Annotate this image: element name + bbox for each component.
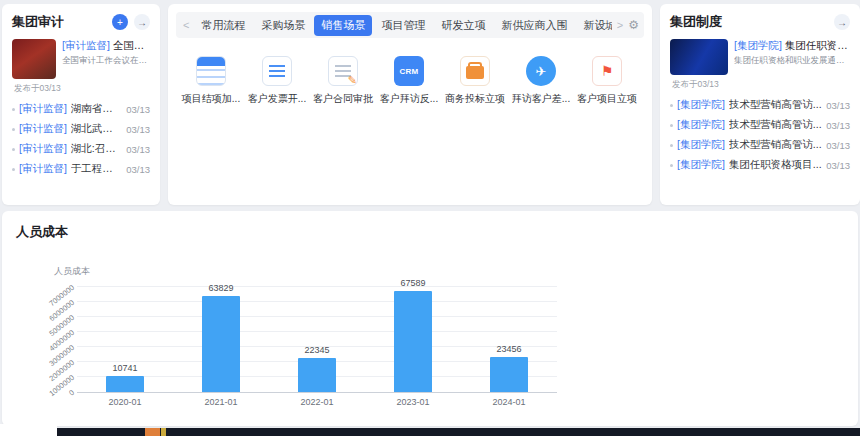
bar-2024-01[interactable] — [490, 357, 528, 392]
bar-value-label: 22345 — [269, 345, 365, 355]
cost-panel-title: 人员成本 — [2, 211, 858, 241]
invoice-icon — [262, 56, 292, 86]
app-商务投标立项[interactable]: 商务投标立项 — [446, 56, 504, 106]
bar-2022-01[interactable] — [298, 358, 336, 392]
bar-value-label: 10741 — [77, 363, 173, 373]
taskbar-app-icon[interactable] — [145, 428, 160, 436]
chevron-right-icon[interactable]: > — [615, 19, 625, 31]
x-tick-label: 2023-01 — [365, 397, 461, 407]
tab-新设城市站点[interactable]: 新设城市站点 — [576, 15, 611, 36]
item-tag: [审计监督] — [19, 122, 67, 136]
audit-panel-title: 集团审计 — [12, 13, 106, 31]
bar-value-label: 63829 — [173, 283, 269, 293]
app-客户项目立项[interactable]: ⚑客户项目立项 — [578, 56, 636, 106]
list-item[interactable]: [审计监督]湖北武汉:...03/13 — [12, 119, 150, 139]
item-title: 技术型营销高管访... — [729, 98, 822, 112]
rules-featured-card[interactable]: [集团学院] 集团任职资格... 集团任职资格和职业发展通道项目 — [660, 37, 860, 75]
item-date: 03/13 — [126, 164, 150, 175]
featured-title-text: 集团任职资格... — [785, 39, 850, 51]
app-客户合同审批[interactable]: 客户合同审批 — [314, 56, 372, 106]
item-tag: [集团学院] — [734, 39, 782, 51]
bullet-icon — [670, 124, 673, 127]
rules-featured-title: [集团学院] 集团任职资格... — [734, 39, 850, 52]
tab-常用流程[interactable]: 常用流程 — [194, 15, 252, 36]
item-title: 技术型营销高管访... — [729, 118, 822, 132]
gridline — [77, 286, 557, 287]
app-label: 客户发票开... — [248, 92, 306, 106]
rules-featured-image — [670, 39, 728, 75]
add-button[interactable]: + — [112, 14, 128, 30]
item-date: 03/13 — [826, 120, 850, 131]
list-item[interactable]: [集团学院]技术型营销高管访...03/13 — [670, 115, 850, 135]
app-label: 项目结项加... — [182, 92, 240, 106]
audit-featured-meta: 发布于03/13 — [2, 79, 160, 97]
chart-plot: 0100000020000003000000400000050000006000… — [77, 287, 557, 393]
list-item[interactable]: [集团学院]集团任职资格项目...03/13 — [670, 155, 850, 175]
x-tick-label: 2022-01 — [269, 397, 365, 407]
chevron-left-icon[interactable]: < — [181, 19, 191, 31]
list-item[interactable]: [审计监督]于工程管理...03/13 — [12, 159, 150, 179]
bullet-icon — [670, 164, 673, 167]
app-label: 客户拜访反... — [380, 92, 438, 106]
audit-featured-subtitle: 全国审计工作会议在京召开 — [62, 55, 150, 67]
tab-项目管理[interactable]: 项目管理 — [374, 15, 432, 36]
arrow-right-icon: → — [137, 17, 147, 28]
item-date: 03/13 — [826, 100, 850, 111]
item-date: 03/13 — [126, 144, 150, 155]
tab-销售场景[interactable]: 销售场景 — [314, 15, 372, 36]
rules-more-button[interactable]: → — [834, 14, 850, 30]
list-item[interactable]: [审计监督]湖南省委审...03/13 — [12, 99, 150, 119]
app-grid: 项目结项加...客户发票开...客户合同审批CRM客户拜访反...商务投标立项✈… — [168, 46, 652, 116]
item-title: 集团任职资格项目... — [729, 158, 822, 172]
bar-2020-01[interactable] — [106, 376, 144, 392]
item-date: 03/13 — [826, 140, 850, 151]
crm-icon: CRM — [394, 56, 424, 86]
item-tag: [集团学院] — [677, 138, 725, 152]
item-tag: [审计监督] — [19, 162, 67, 176]
item-date: 03/13 — [126, 124, 150, 135]
travel-icon: ✈ — [526, 56, 556, 86]
tab-bar: < 常用流程采购场景销售场景项目管理研发立项新供应商入围新设城市站点虚 > ⚙ — [176, 12, 644, 38]
bullet-icon — [12, 108, 15, 111]
app-客户发票开...[interactable]: 客户发票开... — [248, 56, 306, 106]
tab-新供应商入围[interactable]: 新供应商入围 — [494, 15, 574, 36]
bar-2023-01[interactable] — [394, 291, 432, 392]
rules-featured-meta: 发布于03/13 — [660, 75, 860, 93]
list-item[interactable]: [审计监督]湖北:召开...03/13 — [12, 139, 150, 159]
contract-icon — [328, 56, 358, 86]
item-tag: [集团学院] — [677, 158, 725, 172]
app-label: 客户项目立项 — [577, 92, 637, 106]
item-tag: [审计监督] — [19, 102, 67, 116]
list-item[interactable]: [集团学院]技术型营销高管访...03/13 — [670, 95, 850, 115]
tab-研发立项[interactable]: 研发立项 — [434, 15, 492, 36]
bullet-icon — [670, 104, 673, 107]
tab-采购场景[interactable]: 采购场景 — [254, 15, 312, 36]
plus-icon: + — [117, 17, 123, 28]
chart-axis-title: 人员成本 — [54, 265, 90, 278]
app-项目结项加...[interactable]: 项目结项加... — [182, 56, 240, 106]
audit-featured-card[interactable]: [审计监督] 全国审计工... 全国审计工作会议在京召开 — [2, 37, 160, 79]
rules-panel-header: 集团制度 → — [660, 4, 860, 37]
app-拜访客户差...[interactable]: ✈拜访客户差... — [512, 56, 570, 106]
tab-bar-tabs: 常用流程采购场景销售场景项目管理研发立项新供应商入围新设城市站点虚 — [194, 15, 611, 36]
item-date: 03/13 — [126, 104, 150, 115]
rules-panel: 集团制度 → [集团学院] 集团任职资格... 集团任职资格和职业发展通道项目 … — [660, 4, 860, 205]
featured-title-text: 全国审计工... — [113, 39, 150, 51]
taskbar-app-icon-2[interactable] — [161, 428, 166, 436]
audit-list: [审计监督]湖南省委审...03/13[审计监督]湖北武汉:...03/13[审… — [2, 97, 160, 179]
gear-icon[interactable]: ⚙ — [628, 18, 639, 32]
x-tick-label: 2021-01 — [173, 397, 269, 407]
form-icon — [196, 56, 226, 86]
audit-more-button[interactable]: → — [134, 14, 150, 30]
list-item[interactable]: [集团学院]技术型营销高管访...03/13 — [670, 135, 850, 155]
bullet-icon — [12, 128, 15, 131]
bar-2021-01[interactable] — [202, 296, 240, 392]
item-date: 03/13 — [826, 160, 850, 171]
bullet-icon — [12, 148, 15, 151]
rules-panel-title: 集团制度 — [670, 13, 828, 31]
x-tick-label: 2020-01 — [77, 397, 173, 407]
rules-featured-text: [集团学院] 集团任职资格... 集团任职资格和职业发展通道项目 — [734, 39, 850, 75]
taskbar[interactable] — [57, 428, 860, 436]
app-客户拜访反...[interactable]: CRM客户拜访反... — [380, 56, 438, 106]
bar-value-label: 23456 — [461, 344, 557, 354]
